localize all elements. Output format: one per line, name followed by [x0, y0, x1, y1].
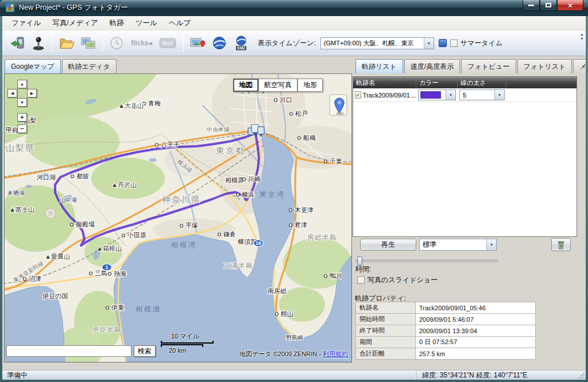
toolbar-overflow-button[interactable]: ▲▼ [580, 32, 584, 42]
locr-icon: locr [157, 35, 178, 51]
delete-track-button[interactable] [551, 238, 571, 251]
timezone-label: 表示タイムゾーン: [258, 38, 316, 48]
zoom-in-button[interactable]: + [17, 113, 27, 122]
tab-photo-view[interactable]: フォトビュー [461, 59, 516, 73]
slideshow-checkbox[interactable] [357, 276, 365, 284]
menu-help[interactable]: ヘルプ [163, 16, 196, 30]
device-connect-button[interactable] [28, 32, 49, 54]
pan-left-button[interactable]: ◀ [7, 89, 17, 98]
svg-text:山中湖: 山中湖 [60, 197, 77, 203]
playback-speed-value: 標準 [420, 240, 486, 250]
svg-text:八王子: 八王子 [161, 141, 180, 148]
summer-time-checkbox[interactable] [450, 40, 458, 47]
pan-right-button[interactable]: ▶ [27, 89, 37, 98]
menu-tools[interactable]: ツール [130, 16, 163, 30]
time-adjust-button [106, 32, 127, 54]
status-coordinates: 緯度: 35°34'21"N 経度: 140°7'11"E [416, 371, 586, 380]
pan-up-button[interactable]: ▲ [17, 80, 27, 88]
daylight-icon [439, 39, 447, 47]
maximize-button[interactable] [540, 0, 557, 11]
column-line-width[interactable]: 線の太さ [458, 77, 506, 88]
locr-upload-button: locr [156, 32, 180, 54]
close-button[interactable]: × [557, 0, 583, 11]
time-slider-track[interactable] [355, 260, 498, 262]
svg-text:本栖湖: 本栖湖 [7, 190, 25, 196]
attribution-text: 地図データ ©2009 ZENRIN - [239, 350, 323, 357]
window-title: New Project* - GPS フォトタガー [19, 3, 128, 13]
terms-link[interactable]: 利用規約 [323, 350, 348, 357]
track-table: 軌跡名 カラー 線の太さ ✓ Track2009/09/01_05:46 [353, 76, 577, 237]
track-width-select[interactable]: 5 ▼ [459, 89, 505, 100]
chevron-down-icon[interactable]: ▼ [486, 239, 496, 250]
google-earth-icon [211, 35, 227, 51]
column-color[interactable]: カラー [416, 77, 458, 88]
add-photos-icon [80, 35, 97, 51]
tab-media-list[interactable]: メディアリスト [573, 59, 586, 73]
menu-photo-media[interactable]: 写真/メディア [47, 16, 104, 30]
svg-text:▲丹沢山: ▲丹沢山 [111, 181, 137, 188]
track-panel-tabs: 軌跡リスト 速度/高度表示 フォトビュー フォトリスト メディアリスト [352, 56, 586, 73]
svg-text:相模原: 相模原 [225, 177, 244, 184]
track-row[interactable]: ✓ Track2009/09/01_05:46 [353, 88, 577, 102]
map-container: さいたま川口松戸船橋千葉青梅▲大岳山甲府山梨山梨県中央本線八王子東京都荒川横浜線… [4, 73, 352, 362]
svg-text:東京都: 東京都 [216, 146, 245, 155]
zoom-out-button[interactable]: − [17, 124, 27, 133]
time-slider[interactable] [355, 256, 498, 266]
google-earth-button[interactable] [209, 32, 230, 54]
svg-text:鴨川: 鴨川 [330, 272, 342, 279]
svg-text:相模灘: 相模灘 [136, 305, 161, 313]
import-tracks-button[interactable] [6, 32, 27, 54]
svg-text:南房総: 南房総 [268, 287, 287, 294]
flickr-wordmark: flickr [131, 39, 148, 47]
menubar: ファイル 写真/メディア 軌跡 ツール ヘルプ [2, 16, 586, 30]
track-list-empty-area[interactable] [353, 102, 577, 236]
chevron-down-icon[interactable]: ▼ [424, 38, 434, 49]
map-type-map[interactable]: 地図 [233, 79, 258, 92]
timezone-select[interactable]: (GMT+09:00) 大阪、札幌、東京 ▼ [320, 37, 434, 49]
play-button[interactable]: 再生 [360, 239, 416, 251]
resize-grip[interactable] [578, 372, 585, 379]
property-value: 0 日 07:52:57 [416, 337, 536, 348]
tab-google-map[interactable]: Googleマップ [5, 59, 61, 74]
map-canvas[interactable]: さいたま川口松戸船橋千葉青梅▲大岳山甲府山梨山梨県中央本線八王子東京都荒川横浜線… [5, 74, 351, 362]
map-search-input[interactable] [6, 345, 131, 357]
tab-photo-list[interactable]: フォトリスト [517, 59, 572, 73]
svg-text:都留: 都留 [76, 173, 89, 180]
open-folder-icon [59, 35, 75, 51]
open-project-button[interactable] [56, 32, 77, 54]
kmz-export-button[interactable]: KMZ [231, 32, 252, 54]
tab-track-editor[interactable]: 軌跡エディタ [62, 59, 117, 73]
time-label: 時間: [355, 264, 371, 274]
menu-track[interactable]: 軌跡 [104, 16, 130, 30]
svg-text:locr: locr [163, 40, 173, 46]
menu-file[interactable]: ファイル [6, 16, 47, 30]
write-geotag-button[interactable] [187, 32, 208, 54]
svg-text:君津: 君津 [294, 221, 307, 228]
column-track-name[interactable]: 軌跡名 [353, 77, 416, 88]
track-color-select[interactable]: ▼ [418, 89, 456, 100]
kmz-icon: KMZ [233, 35, 249, 51]
titlebar[interactable]: New Project* - GPS フォトタガー × [0, 0, 588, 16]
track-visible-checkbox[interactable]: ✓ [355, 91, 361, 99]
svg-text:伊東: 伊東 [111, 304, 124, 311]
minimize-button[interactable] [523, 0, 540, 11]
svg-text:伊豆の国: 伊豆の国 [42, 293, 68, 299]
chevron-down-icon[interactable]: ▼ [446, 90, 455, 100]
playback-speed-select[interactable]: 標準 ▼ [419, 239, 497, 251]
flickr-upload-button: flickr [128, 32, 154, 54]
property-value: Track2009/09/01_05:46 [416, 302, 536, 314]
joystick-icon [30, 35, 47, 51]
svg-text:甲府: 甲府 [6, 127, 18, 134]
map-type-terrain[interactable]: 地形 [297, 79, 323, 92]
map-type-satellite[interactable]: 航空写真 [258, 79, 297, 92]
map-panel-tabs: Googleマップ 軌跡エディタ [2, 56, 352, 73]
chevron-down-icon[interactable]: ▼ [494, 90, 504, 100]
photo-location-pin[interactable] [330, 95, 347, 115]
tab-speed-altitude[interactable]: 速度/高度表示 [404, 59, 460, 73]
map-search-button[interactable]: 検索 [134, 345, 156, 357]
add-media-button[interactable] [78, 32, 99, 54]
property-value: 257.5 km [416, 348, 536, 360]
pan-down-button[interactable]: ▼ [17, 98, 27, 107]
map-scale: 10 マイル 20 km [161, 332, 214, 354]
tab-track-list[interactable]: 軌跡リスト [355, 59, 403, 74]
